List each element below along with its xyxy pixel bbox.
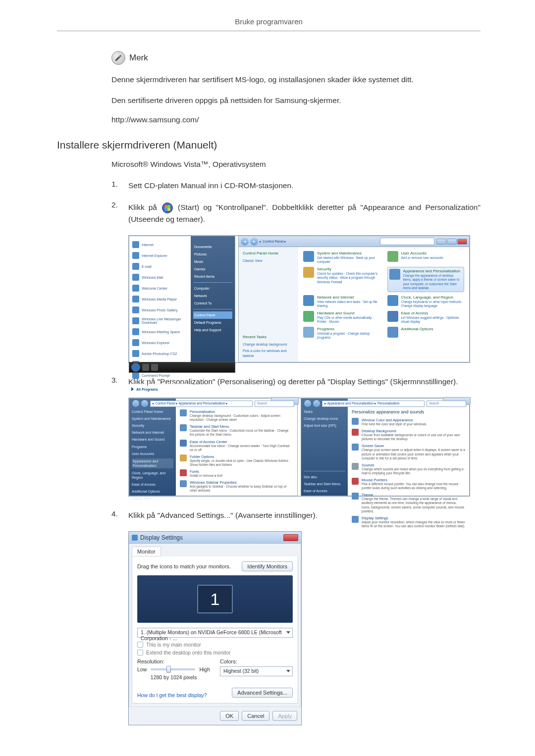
app-icon <box>132 328 139 335</box>
window-titlebar: ◄ ► ▸ Control Panel ▸ <box>239 236 469 247</box>
appearance-sidebar: Control Panel HomeSystem and Maintenance… <box>129 399 176 496</box>
control-panel-category: Network and InternetView network status … <box>303 295 380 308</box>
start-orb-icon <box>131 363 140 372</box>
step-number: 2. <box>111 201 128 224</box>
personalization-item: SoundsChange which sounds are heard when… <box>352 463 465 475</box>
start-menu-right-item: Network <box>193 292 232 300</box>
category-icon <box>387 251 398 262</box>
colors-dropdown: Highest (32 bit) <box>220 666 293 676</box>
step-text-b: (Start) og "Kontrollpanel". Dobbeltklikk… <box>128 203 481 223</box>
control-panel-category: Ease of AccessLet Windows suggest settin… <box>387 311 465 324</box>
category-icon <box>303 267 314 278</box>
start-menu-item: Windows Meeting Space <box>131 326 189 337</box>
item-icon <box>180 469 187 476</box>
app-icon <box>132 317 139 324</box>
personalization-item: Display SettingsAdjust your monitor reso… <box>352 516 465 528</box>
item-icon <box>352 429 359 436</box>
note-label: Merk <box>129 53 148 63</box>
nav-back-icon <box>304 400 311 407</box>
category-icon <box>387 327 398 338</box>
start-menu-item: Windows Explorer <box>131 337 189 348</box>
item-icon <box>180 409 187 416</box>
step-number: 1. <box>111 180 128 192</box>
sidebar-item: Ease of Access <box>132 482 173 487</box>
category-icon <box>389 269 400 280</box>
start-menu-right-item: Documents <box>193 243 232 251</box>
note-paragraph-2: Den sertifiserte driveren oppgis på nett… <box>111 95 481 106</box>
drag-label: Drag the icons to match your monitors. <box>137 563 231 569</box>
sidebar-recent-item: Change desktop background <box>243 342 294 347</box>
sidebar-item: User Accounts <box>132 452 173 456</box>
monitor-icon: 1 <box>197 585 233 613</box>
appearance-items: PersonalizationChange desktop background… <box>176 399 297 496</box>
step-text: Klikk på (Start) og "Kontrollpanel". Dob… <box>128 202 481 225</box>
start-menu-item: Adobe Photoshop CS2 <box>131 348 189 359</box>
sidebar-item: Tasks <box>304 409 345 414</box>
note-block: Merk Denne skjermdriveren har sertifiser… <box>111 51 481 124</box>
advanced-settings-button: Advanced Settings... <box>232 688 293 698</box>
checkbox-label: This is my main monitor <box>146 642 201 648</box>
item-icon <box>352 493 359 500</box>
screenshot-step-2: InternetInternet ExplorerE-mailWindows M… <box>128 235 481 363</box>
control-panel-categories: System and MaintenanceGet started with W… <box>298 247 469 362</box>
sidebar-item: Security <box>132 423 173 428</box>
cancel-button: Cancel <box>242 711 269 721</box>
note-header: Merk <box>111 51 481 65</box>
search-input: Search <box>255 401 294 407</box>
resolution-value: 1280 by 1024 pixels <box>137 674 210 680</box>
sidebar-item: System and Maintenance <box>132 416 173 421</box>
sidebar-item: Ease of Access <box>304 489 345 493</box>
start-menu-item: E-mail <box>131 261 189 272</box>
breadcrumb: ▸ Appearance and Personalization ▸ Perso… <box>322 401 425 407</box>
sidebar-recent-header: Recent Tasks <box>243 335 294 339</box>
personalization-items: Personalize appearance and soundsWindow … <box>348 399 469 496</box>
control-panel-window: ◄ ► ▸ Control Panel ▸ <box>238 236 470 362</box>
close-icon <box>457 239 467 245</box>
control-panel-category: Hardware and SoundPlay CDs or other medi… <box>303 311 380 324</box>
sidebar-item: See also <box>304 475 345 479</box>
sidebar-item: Additional Options <box>132 489 173 494</box>
taskbar-preview <box>129 362 235 373</box>
item-icon <box>180 440 187 447</box>
personalization-item: Mouse PointersPick a different mouse poi… <box>352 478 465 490</box>
checkbox-label: Extend the desktop onto this monitor <box>146 650 230 655</box>
step-number: 3. <box>111 376 128 388</box>
personalization-heading: Personalize appearance and sounds <box>352 409 465 414</box>
close-icon <box>283 534 298 541</box>
personalization-item: ThemeChange the theme. Themes can change… <box>352 493 465 513</box>
monitor-preview-area: 1 <box>137 575 293 623</box>
start-menu-item: Windows Live Messenger Download <box>131 315 189 326</box>
start-menu-right-item <box>193 239 232 243</box>
app-icon <box>132 241 139 248</box>
step-text-a: Klikk på <box>128 203 161 211</box>
os-line: Microsoft® Windows Vista™, Operativsyste… <box>111 160 481 169</box>
resolution-slider: Low High <box>137 666 210 672</box>
item-icon <box>180 480 187 487</box>
appearance-item: Taskbar and Start MenuCustomize the Star… <box>180 424 293 437</box>
dialog-footer: OK Cancel Apply <box>129 706 301 725</box>
step-text: Sett CD-platen Manual inn i CD-ROM-stasj… <box>128 180 481 192</box>
item-icon <box>180 424 187 431</box>
appearance-item: Folder OptionsSpecify single- or double-… <box>180 454 293 467</box>
app-icon <box>132 339 139 346</box>
app-icon <box>132 306 139 313</box>
sidebar-item: Hardware and Sound <box>132 437 173 442</box>
appearance-item: Ease of Access CenterAccommodate low vis… <box>180 440 293 452</box>
steps-list: 1. Sett CD-platen Manual inn i CD-ROM-st… <box>111 180 481 225</box>
personalization-sidebar: TasksChange desktop iconsAdjust font siz… <box>301 399 348 496</box>
identify-monitors-button: Identify Monitors <box>242 561 293 571</box>
control-panel-category: SecurityCheck for updates · Check this c… <box>303 267 380 292</box>
start-menu-item: Internet Explorer <box>131 250 189 261</box>
start-menu-preview: InternetInternet ExplorerE-mailWindows M… <box>129 236 235 362</box>
item-icon <box>352 463 359 470</box>
document-page: Bruke programvaren Merk Denne skjermdriv… <box>0 0 535 755</box>
resolution-label: Resolution: <box>137 658 210 664</box>
sidebar-item: Adjust font size (DPI) <box>304 423 345 428</box>
pencil-note-icon <box>111 51 125 65</box>
control-panel-category: User AccountsAdd or remove user accounts <box>387 251 465 264</box>
category-icon <box>387 311 398 322</box>
ok-button: OK <box>220 711 239 721</box>
windows-start-orb-icon <box>162 202 173 213</box>
sidebar-item: Control Panel Home <box>132 409 173 414</box>
breadcrumb: ▸ Control Panel ▸ Appearance and Persona… <box>150 401 253 407</box>
